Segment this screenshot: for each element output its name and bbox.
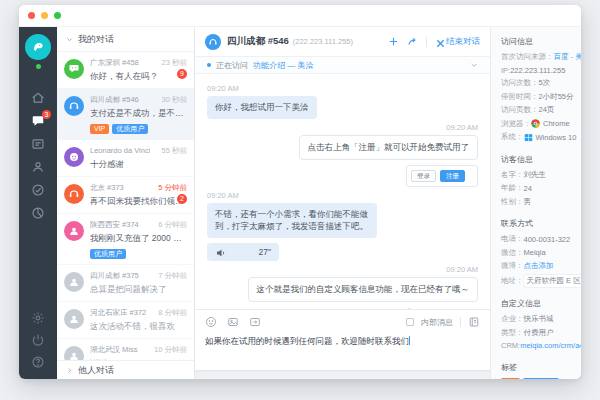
- transfer-arrow-icon[interactable]: [407, 36, 418, 47]
- quality-user-tag: 优质用户: [90, 249, 126, 259]
- conversation-title: 河北石家庄 #372: [90, 308, 146, 318]
- conversation-title: 四川成都 #375: [90, 271, 139, 281]
- meiqia-bird-logo: [30, 39, 46, 55]
- conversation-preview: 我刚刚又充值了 2000 元，送我一 ...: [90, 233, 187, 245]
- conversation-list: 我的对话 广东深圳 #45823 秒前 你好，有人在吗？ 9: [57, 27, 195, 379]
- conversations-icon[interactable]: 3: [31, 114, 45, 128]
- vip-tag: VIP: [501, 378, 520, 380]
- analytics-icon[interactable]: [31, 206, 45, 220]
- visiting-label: 正在访问: [216, 60, 248, 71]
- section-title: 访问信息: [501, 36, 581, 47]
- visitor-ip: 222.223.111.255: [510, 66, 565, 75]
- message-input[interactable]: 如果你在试用的时候遇到任何问题，欢迎随时联系我们: [205, 336, 480, 362]
- quick-reply-book-icon[interactable]: [468, 316, 480, 328]
- invite-plus-icon[interactable]: [388, 36, 399, 47]
- visitor-name: 刘先生: [524, 170, 547, 180]
- conversation-item[interactable]: 湖北武汉 Miss10 分钟前 谢谢: [57, 339, 194, 360]
- chat-header: 四川成都 #546 (222.223.111.255) 结束对话: [195, 27, 490, 57]
- visitor-wechat: Meiqia: [524, 248, 546, 257]
- os-name: Windows 10: [536, 133, 577, 142]
- conversation-item[interactable]: 四川成都 #3757 分钟前 总算是把问题解决了: [57, 265, 194, 302]
- visitor-message: 不错，还有一个小需求，看你们能不能做到，打字太麻烦了，我发语音描述下吧。: [207, 203, 377, 239]
- referrer-link[interactable]: 百度 - 美洽: [554, 52, 582, 62]
- image-icon[interactable]: [227, 316, 239, 328]
- visitor-avatar-wechat-icon: [64, 59, 84, 79]
- conversation-item-selected[interactable]: 四川成都 #54630 秒前 支付还是不成功，是不是哪里出问 ... VIP 优…: [57, 89, 194, 140]
- timestamp: 09:20 AM: [207, 265, 478, 274]
- visitor-avatar-person-icon: [64, 272, 84, 292]
- window-zoom-button[interactable]: [54, 12, 61, 19]
- crm-link[interactable]: meiqia.com/crm/a4ddb0: [520, 341, 581, 350]
- conversation-title: 北京 #373: [90, 183, 124, 193]
- conversation-preview: 谢谢: [90, 358, 187, 360]
- visitor-address-field[interactable]: 天府软件园 E 区 1220: [524, 275, 582, 287]
- timestamp: 09:20 AM: [207, 123, 478, 132]
- visitor-avatar-face-icon: [64, 147, 84, 167]
- conversation-preview: 十分感谢: [90, 159, 187, 171]
- chat-visitor-ip: (222.223.111.255): [293, 37, 353, 46]
- conversation-title: Leonardo da Vinci: [90, 146, 150, 155]
- quality-user-tag: 优质用户: [523, 378, 559, 380]
- conversation-time: 23 秒前: [162, 58, 187, 68]
- conversation-items: 广东深圳 #45823 秒前 你好，有人在吗？ 9 四川成都 #54630 秒前…: [57, 52, 194, 360]
- window-close-button[interactable]: [28, 12, 35, 19]
- others-conversations-header[interactable]: 他人对话: [57, 360, 194, 379]
- internal-message-checkbox[interactable]: [406, 318, 414, 326]
- chrome-icon: [531, 119, 540, 128]
- header-divider: [426, 37, 427, 47]
- section-title: 访客信息: [501, 154, 581, 165]
- agent-message: 点击右上角「注册」就可以开始免费试用了: [299, 135, 479, 160]
- unread-badge: 2: [177, 194, 187, 204]
- speaker-icon: [215, 247, 225, 257]
- agent-avatar[interactable]: [25, 34, 51, 60]
- my-conversations-label: 我的对话: [78, 33, 114, 46]
- end-conversation-button[interactable]: 结束对话: [435, 36, 480, 48]
- visiting-page-link[interactable]: 功能介绍 — 美洽: [253, 60, 313, 71]
- home-icon[interactable]: [31, 91, 45, 105]
- section-title: 联系方式: [501, 218, 581, 229]
- tasks-icon[interactable]: [31, 183, 45, 197]
- conversation-time-alert: 5 分钟前: [158, 183, 187, 193]
- logout-power-icon[interactable]: [31, 333, 45, 347]
- conversation-item[interactable]: 北京 #3735 分钟前 再不回来我要找你们领导了！！ 2: [57, 177, 194, 214]
- settings-gear-icon[interactable]: [31, 311, 45, 325]
- custom-company: 快乐书城: [524, 314, 554, 324]
- tickets-icon[interactable]: [31, 137, 45, 151]
- conversation-title: 陕西西安 #374: [90, 220, 139, 230]
- visitor-phone: 400-0031-322: [524, 235, 571, 244]
- visitor-message: 你好，我想试用一下美洽: [207, 96, 317, 119]
- help-icon[interactable]: [31, 355, 45, 369]
- conversation-item[interactable]: 广东深圳 #45823 秒前 你好，有人在吗？ 9: [57, 52, 194, 89]
- message-list[interactable]: 09:20 AM 你好，我想试用一下美洽 09:20 AM 点击右上角「注册」就…: [195, 74, 490, 309]
- window-titlebar: [19, 5, 581, 27]
- screenshot-attachment[interactable]: 登录 注册: [406, 165, 478, 187]
- app-window: 3: [19, 5, 581, 379]
- visitor-avatar-headset-icon: [64, 96, 84, 116]
- banner-collapse-icon[interactable]: [470, 61, 478, 69]
- conversation-title: 四川成都 #546: [90, 95, 139, 105]
- conversation-time: 55 秒前: [162, 146, 187, 156]
- add-weibo-link[interactable]: 点击添加: [524, 261, 554, 271]
- voice-message[interactable]: 27″: [207, 243, 279, 261]
- text-caret: [409, 336, 410, 345]
- contacts-icon[interactable]: [31, 160, 45, 174]
- visitor-info-panel: 访问信息 首次访问来源：百度 - 美洽 IP: 222.223.111.255 …: [490, 27, 581, 379]
- window-minimize-button[interactable]: [41, 12, 48, 19]
- register-button-preview: 注册: [440, 170, 465, 182]
- conversation-time: 8 分钟前: [158, 308, 187, 318]
- section-title: 标签: [501, 362, 581, 373]
- conversation-item[interactable]: 陕西西安 #3746 分钟前 我刚刚又充值了 2000 元，送我一 ... 优质…: [57, 214, 194, 265]
- file-transfer-icon[interactable]: [249, 316, 261, 328]
- conversation-item[interactable]: 河北石家庄 #3728 分钟前 这次活动不错，很喜欢: [57, 302, 194, 339]
- visitor-avatar-person-icon: [64, 309, 84, 329]
- visiting-banner: 正在访问 功能介绍 — 美洽: [195, 57, 490, 74]
- conversation-preview: 再不回来我要找你们领导了！！: [90, 196, 187, 208]
- conversation-title: 广东深圳 #458: [90, 58, 139, 68]
- conversation-item[interactable]: Leonardo da Vinci55 秒前 十分感谢: [57, 140, 194, 177]
- live-dot: [207, 63, 211, 67]
- emoji-icon[interactable]: [205, 316, 217, 328]
- pages-viewed: 24页: [539, 105, 555, 115]
- voice-duration: 27″: [259, 247, 271, 257]
- conversation-preview: 这次活动不错，很喜欢: [90, 321, 187, 333]
- my-conversations-header[interactable]: 我的对话: [57, 27, 194, 52]
